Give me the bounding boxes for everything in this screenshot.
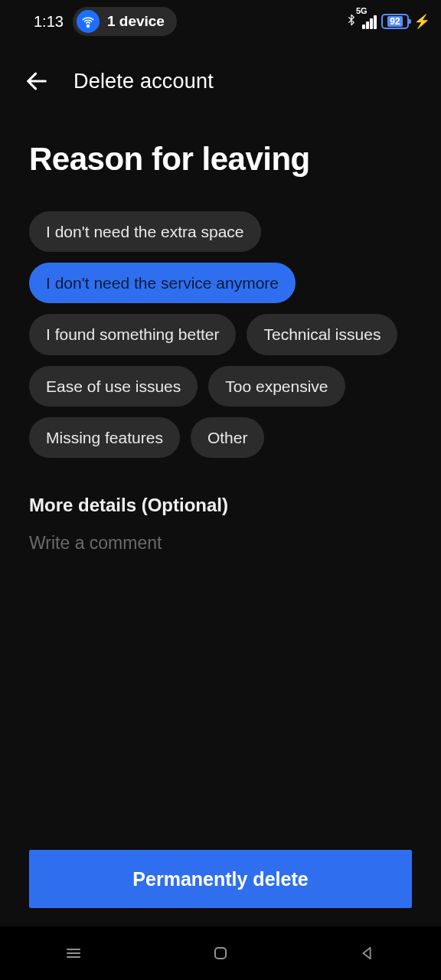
home-button[interactable]: [210, 942, 231, 964]
comment-input[interactable]: [29, 533, 412, 625]
network-label: 5G: [356, 6, 368, 15]
wifi-cast-icon: [77, 10, 100, 33]
arrow-left-icon: [24, 68, 50, 94]
main-content: Reason for leaving I don't need the extr…: [0, 110, 441, 850]
battery-indicator: 92: [381, 14, 409, 29]
device-pill[interactable]: 1 device: [73, 7, 177, 36]
status-bar: 1:13 1 device 5G 92 ⚡: [0, 0, 441, 43]
permanently-delete-button[interactable]: Permanently delete: [29, 850, 412, 908]
reason-chip[interactable]: I found something better: [29, 314, 236, 354]
back-nav-button[interactable]: [357, 942, 378, 964]
battery-percent: 92: [387, 16, 402, 27]
app-header: Delete account: [0, 43, 441, 110]
reason-chip[interactable]: I don't need the extra space: [29, 211, 261, 252]
svg-point-0: [87, 24, 90, 28]
back-button[interactable]: [21, 66, 52, 96]
svg-rect-1: [215, 948, 226, 959]
reason-chip[interactable]: Ease of use issues: [29, 366, 198, 407]
status-time: 1:13: [34, 13, 64, 31]
status-left: 1:13 1 device: [34, 7, 177, 36]
charging-icon: ⚡: [413, 13, 430, 30]
reason-chip[interactable]: Missing features: [29, 417, 180, 458]
footer: Permanently delete: [0, 850, 441, 926]
status-right: 5G 92 ⚡: [345, 12, 430, 31]
system-nav-bar: [0, 926, 441, 980]
reason-chips: I don't need the extra spaceI don't need…: [29, 211, 412, 458]
header-title: Delete account: [74, 70, 214, 93]
reason-chip[interactable]: Technical issues: [247, 314, 397, 354]
reason-chip[interactable]: Too expensive: [208, 366, 345, 407]
page-heading: Reason for leaving: [29, 141, 412, 178]
reason-chip[interactable]: I don't need the service anymore: [29, 263, 296, 303]
device-count-label: 1 device: [107, 13, 165, 30]
recent-apps-button[interactable]: [63, 942, 84, 964]
signal-icon: 5G: [362, 14, 377, 29]
reason-chip[interactable]: Other: [191, 417, 265, 458]
more-details-label: More details (Optional): [29, 495, 412, 516]
